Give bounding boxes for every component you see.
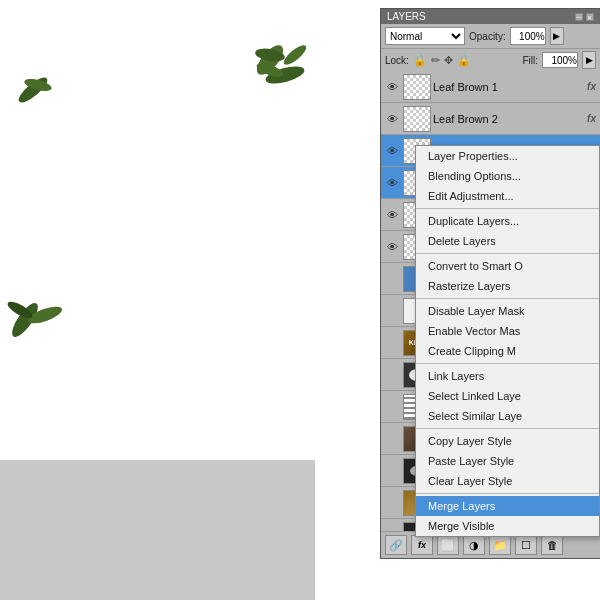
ctx-merge-visible[interactable]: Merge Visible: [416, 516, 599, 536]
layer-row-2[interactable]: 👁Leaf Brown 2fx: [381, 103, 600, 135]
brush-icon[interactable]: ✏: [431, 54, 440, 67]
ctx-separator: [416, 253, 599, 254]
leaf-lower-left: [5, 290, 75, 345]
ctx-duplicate-layers[interactable]: Duplicate Layers...: [416, 211, 599, 231]
eye-icon-12[interactable]: [383, 430, 401, 448]
ctx-enable-vector-mask[interactable]: Enable Vector Mas: [416, 321, 599, 341]
layer-row-1[interactable]: 👁Leaf Brown 1fx: [381, 71, 600, 103]
eye-icon-10[interactable]: [383, 366, 401, 384]
ctx-paste-layer-style[interactable]: Paste Layer Style: [416, 451, 599, 471]
panel-controls: Normal Opacity: ▶: [381, 24, 600, 48]
new-layer-btn[interactable]: ☐: [515, 535, 537, 555]
fx-badge-1: fx: [587, 81, 596, 92]
panel-close-btn[interactable]: ✕: [586, 13, 594, 21]
eye-icon-15[interactable]: [383, 526, 401, 532]
lock2-icon[interactable]: 🔒: [457, 54, 471, 67]
eye-icon-14[interactable]: [383, 494, 401, 512]
ctx-select-linked[interactable]: Select Linked Laye: [416, 386, 599, 406]
ctx-merge-layers[interactable]: Merge Layers: [416, 496, 599, 516]
eye-icon-4[interactable]: 👁: [383, 174, 401, 192]
fill-arrow-btn[interactable]: ▶: [582, 51, 596, 69]
layer-thumb-2: [403, 106, 431, 132]
layer-name-1: Leaf Brown 1: [433, 81, 587, 93]
ctx-copy-layer-style[interactable]: Copy Layer Style: [416, 431, 599, 451]
ctx-delete-layers[interactable]: Delete Layers: [416, 231, 599, 251]
layer-name-2: Leaf Brown 2: [433, 113, 587, 125]
eye-icon-7[interactable]: [383, 270, 401, 288]
ctx-rasterize-layers[interactable]: Rasterize Layers: [416, 276, 599, 296]
lock-label: Lock:: [385, 55, 409, 66]
ctx-clear-layer-style[interactable]: Clear Layer Style: [416, 471, 599, 491]
mask-btn[interactable]: ⬜: [437, 535, 459, 555]
ctx-separator: [416, 493, 599, 494]
ctx-separator: [416, 428, 599, 429]
eye-icon-1[interactable]: 👁: [383, 78, 401, 96]
ctx-link-layers[interactable]: Link Layers: [416, 366, 599, 386]
ctx-separator: [416, 298, 599, 299]
eye-icon-5[interactable]: 👁: [383, 206, 401, 224]
opacity-input[interactable]: [510, 27, 546, 45]
ctx-convert-smart[interactable]: Convert to Smart O: [416, 256, 599, 276]
adjustment-btn[interactable]: ◑: [463, 535, 485, 555]
ctx-disable-layer-mask[interactable]: Disable Layer Mask: [416, 301, 599, 321]
delete-layer-btn[interactable]: 🗑: [541, 535, 563, 555]
blend-mode-select[interactable]: Normal: [385, 27, 465, 45]
lock-row: Lock: 🔒 ✏ ✥ 🔒 Fill: ▶: [381, 48, 600, 71]
eye-icon-8[interactable]: [383, 302, 401, 320]
fx-badge-2: fx: [587, 113, 596, 124]
ctx-separator: [416, 363, 599, 364]
lock-icon[interactable]: 🔒: [413, 54, 427, 67]
panel-collapse-btn[interactable]: —: [575, 13, 583, 21]
link-layers-btn[interactable]: 🔗: [385, 535, 407, 555]
ctx-blending-options[interactable]: Blending Options...: [416, 166, 599, 186]
layer-thumb-1: [403, 74, 431, 100]
leaf-upper-mid: [255, 55, 315, 95]
panel-titlebar-buttons: — ✕: [575, 13, 594, 21]
eye-icon-11[interactable]: [383, 398, 401, 416]
eye-icon-3[interactable]: 👁: [383, 142, 401, 160]
eye-icon-9[interactable]: [383, 334, 401, 352]
opacity-arrow-btn[interactable]: ▶: [550, 27, 564, 45]
move-icon[interactable]: ✥: [444, 54, 453, 67]
leaf-left: [8, 70, 58, 110]
new-group-btn[interactable]: 📁: [489, 535, 511, 555]
opacity-label: Opacity:: [469, 31, 506, 42]
ctx-edit-adjustment[interactable]: Edit Adjustment...: [416, 186, 599, 206]
panel-titlebar: LAYERS — ✕: [381, 9, 600, 24]
ctx-layer-properties[interactable]: Layer Properties...: [416, 146, 599, 166]
panel-title: LAYERS: [387, 11, 426, 22]
context-menu: Layer Properties...Blending Options...Ed…: [415, 145, 600, 537]
eye-icon-6[interactable]: 👁: [383, 238, 401, 256]
fill-label: Fill:: [522, 55, 538, 66]
fill-input[interactable]: [542, 52, 578, 68]
eye-icon-13[interactable]: [383, 462, 401, 480]
eye-icon-2[interactable]: 👁: [383, 110, 401, 128]
fx-btn[interactable]: fx: [411, 535, 433, 555]
canvas-gray-area: [0, 460, 315, 600]
ctx-create-clipping-mask[interactable]: Create Clipping M: [416, 341, 599, 361]
ctx-select-similar[interactable]: Select Similar Laye: [416, 406, 599, 426]
ctx-separator: [416, 208, 599, 209]
